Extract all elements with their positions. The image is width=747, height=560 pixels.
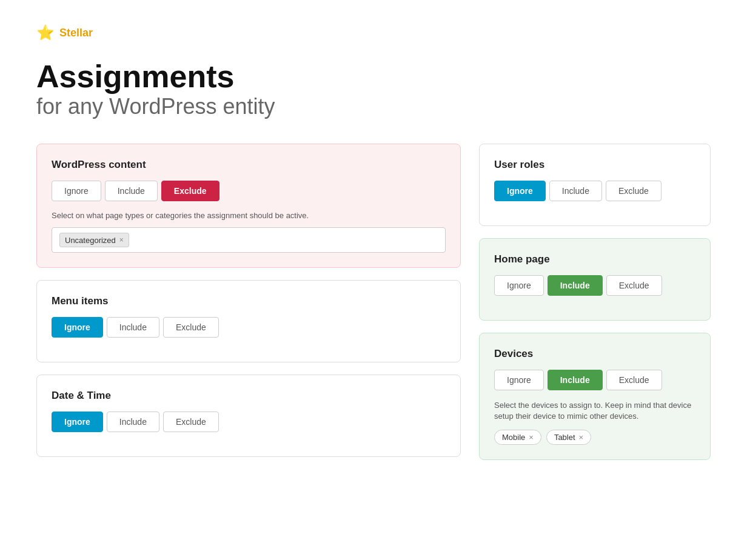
devices-include-btn[interactable]: Include [548, 370, 603, 390]
date-time-card: Date & Time Ignore Include Exclude [36, 375, 461, 457]
date-time-btn-group: Ignore Include Exclude [52, 412, 446, 432]
wordpress-content-ignore-btn[interactable]: Ignore [52, 181, 101, 201]
menu-items-title: Menu items [52, 295, 446, 307]
tag-remove-icon[interactable]: × [119, 236, 124, 244]
device-tag-mobile: Mobile × [494, 430, 541, 445]
date-time-include-btn[interactable]: Include [107, 412, 159, 432]
user-roles-title: User roles [494, 159, 695, 171]
tag-label: Uncategorized [65, 236, 116, 245]
wordpress-content-card: WordPress content Ignore Include Exclude… [36, 144, 461, 268]
menu-items-include-btn[interactable]: Include [107, 317, 159, 338]
device-tag-tablet-label: Tablet [554, 433, 575, 442]
user-roles-ignore-btn[interactable]: Ignore [494, 181, 546, 201]
device-tag-mobile-remove[interactable]: × [529, 433, 534, 442]
user-roles-exclude-btn[interactable]: Exclude [606, 181, 662, 201]
device-tag-tablet-remove[interactable]: × [579, 433, 584, 442]
device-tags-container: Mobile × Tablet × [494, 430, 695, 445]
devices-exclude-btn[interactable]: Exclude [606, 370, 662, 390]
user-roles-btn-group: Ignore Include Exclude [494, 181, 695, 201]
page-title: Assignments [36, 59, 711, 94]
wordpress-content-description: Select on what page types or categories … [52, 211, 446, 220]
menu-items-btn-group: Ignore Include Exclude [52, 317, 446, 338]
menu-items-exclude-btn[interactable]: Exclude [163, 317, 219, 338]
user-roles-card: User roles Ignore Include Exclude [479, 144, 711, 226]
wordpress-content-exclude-btn[interactable]: Exclude [161, 181, 219, 201]
menu-items-card: Menu items Ignore Include Exclude [36, 280, 461, 362]
home-page-exclude-btn[interactable]: Exclude [606, 275, 662, 296]
left-column: WordPress content Ignore Include Exclude… [36, 144, 461, 459]
devices-btn-group: Ignore Include Exclude [494, 370, 695, 390]
devices-description: Select the devices to assign to. Keep in… [494, 400, 695, 422]
date-time-ignore-btn[interactable]: Ignore [52, 412, 103, 432]
home-page-card: Home page Ignore Include Exclude [479, 238, 711, 321]
brand-star-icon: ⭐ [36, 24, 55, 41]
date-time-title: Date & Time [52, 390, 446, 402]
brand: ⭐ Stellar [36, 24, 711, 41]
wordpress-content-title: WordPress content [52, 159, 446, 171]
menu-items-ignore-btn[interactable]: Ignore [52, 317, 103, 338]
devices-ignore-btn[interactable]: Ignore [494, 370, 544, 390]
page-subtitle: for any WordPress entity [36, 94, 711, 119]
devices-card: Devices Ignore Include Exclude Select th… [479, 333, 711, 459]
wordpress-content-btn-group: Ignore Include Exclude [52, 181, 446, 201]
devices-title: Devices [494, 348, 695, 360]
device-tag-tablet: Tablet × [546, 430, 591, 445]
device-tag-mobile-label: Mobile [502, 433, 525, 442]
wordpress-content-tag-input[interactable]: Uncategorized × [52, 227, 446, 253]
brand-name: Stellar [59, 27, 93, 39]
home-page-title: Home page [494, 253, 695, 265]
home-page-include-btn[interactable]: Include [548, 275, 603, 296]
home-page-ignore-btn[interactable]: Ignore [494, 275, 544, 296]
tag-uncategorized: Uncategorized × [59, 233, 129, 247]
date-time-exclude-btn[interactable]: Exclude [163, 412, 219, 432]
user-roles-include-btn[interactable]: Include [549, 181, 602, 201]
right-column: User roles Ignore Include Exclude Home p… [479, 144, 711, 459]
home-page-btn-group: Ignore Include Exclude [494, 275, 695, 296]
wordpress-content-include-btn[interactable]: Include [105, 181, 158, 201]
